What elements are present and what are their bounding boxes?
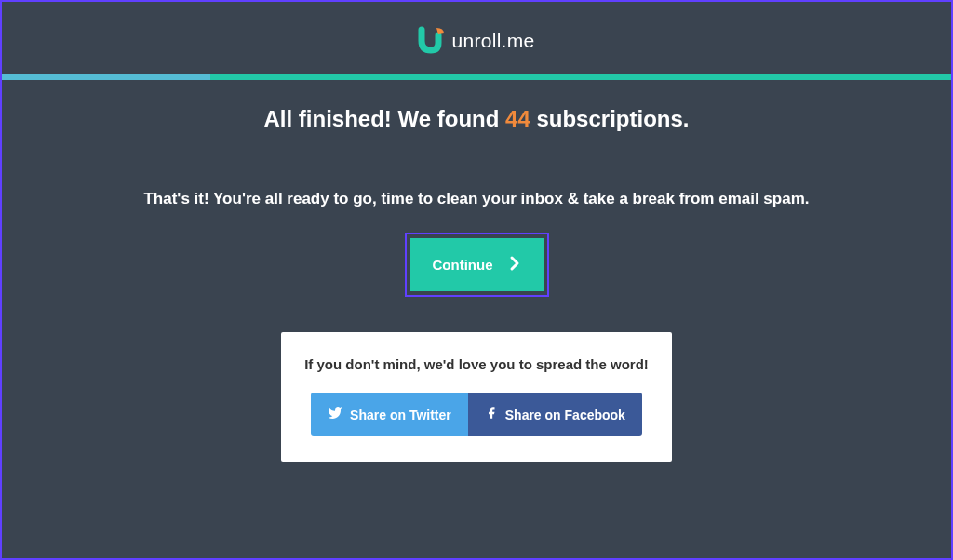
facebook-icon (485, 406, 498, 423)
share-twitter-label: Share on Twitter (350, 407, 451, 422)
continue-button[interactable]: Continue (410, 238, 544, 291)
logo-icon (418, 24, 448, 58)
continue-highlight: Continue (405, 233, 549, 297)
share-twitter-button[interactable]: Share on Twitter (311, 393, 468, 436)
header: unroll.me (2, 2, 951, 74)
continue-label: Continue (433, 257, 493, 273)
main-content: All finished! We found 44 subscriptions.… (2, 80, 951, 462)
page-title: All finished! We found 44 subscriptions. (2, 106, 951, 132)
brand-logo: unroll.me (418, 24, 534, 58)
share-card: If you don't mind, we'd love you to spre… (281, 332, 672, 462)
subscription-count: 44 (505, 106, 530, 131)
twitter-icon (328, 406, 342, 423)
brand-name: unroll.me (451, 30, 534, 52)
subheading: That's it! You're all ready to go, time … (2, 190, 951, 208)
share-buttons: Share on Twitter Share on Facebook (300, 393, 653, 436)
chevron-right-icon (506, 255, 523, 274)
heading-suffix: subscriptions. (530, 106, 690, 131)
heading-prefix: All finished! We found (264, 106, 506, 131)
share-facebook-button[interactable]: Share on Facebook (468, 393, 642, 436)
share-facebook-label: Share on Facebook (505, 407, 625, 422)
share-prompt: If you don't mind, we'd love you to spre… (300, 356, 653, 372)
